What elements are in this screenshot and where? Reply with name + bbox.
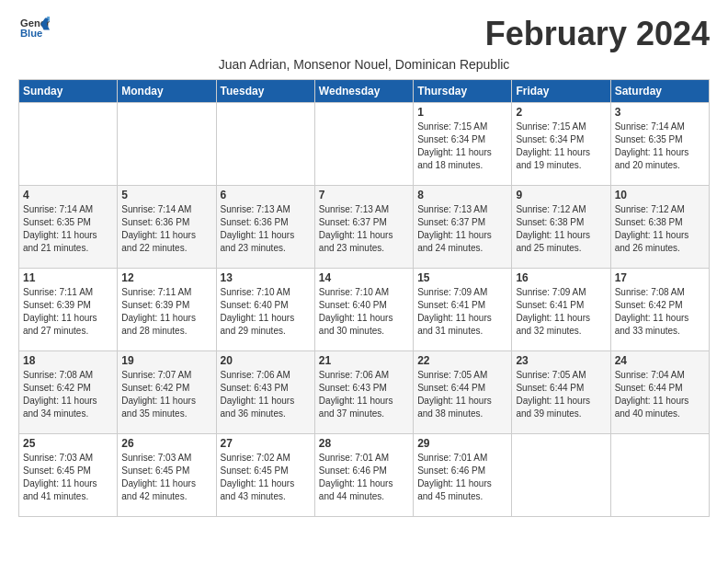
- calendar-cell: 4Sunrise: 7:14 AM Sunset: 6:35 PM Daylig…: [19, 186, 118, 269]
- day-number: 17: [615, 271, 705, 284]
- calendar-cell: 10Sunrise: 7:12 AM Sunset: 6:38 PM Dayli…: [610, 186, 709, 269]
- calendar-cell: [216, 103, 314, 186]
- day-info: Sunrise: 7:06 AM Sunset: 6:43 PM Dayligh…: [319, 369, 409, 420]
- day-header-thursday: Thursday: [414, 80, 512, 103]
- calendar-cell: 6Sunrise: 7:13 AM Sunset: 6:36 PM Daylig…: [216, 186, 314, 269]
- day-number: 10: [615, 189, 705, 201]
- calendar-cell: 1Sunrise: 7:15 AM Sunset: 6:34 PM Daylig…: [414, 103, 512, 186]
- calendar-cell: 8Sunrise: 7:13 AM Sunset: 6:37 PM Daylig…: [414, 186, 512, 269]
- subtitle: Juan Adrian, Monsenor Nouel, Dominican R…: [18, 57, 710, 72]
- calendar-cell: [610, 434, 709, 517]
- day-info: Sunrise: 7:02 AM Sunset: 6:45 PM Dayligh…: [221, 452, 311, 503]
- day-info: Sunrise: 7:11 AM Sunset: 6:39 PM Dayligh…: [23, 286, 113, 338]
- calendar-cell: 28Sunrise: 7:01 AM Sunset: 6:46 PM Dayli…: [314, 434, 413, 517]
- calendar-table: SundayMondayTuesdayWednesdayThursdayFrid…: [18, 79, 710, 517]
- calendar-cell: 23Sunrise: 7:05 AM Sunset: 6:44 PM Dayli…: [512, 351, 610, 434]
- day-info: Sunrise: 7:03 AM Sunset: 6:45 PM Dayligh…: [121, 452, 211, 503]
- day-info: Sunrise: 7:05 AM Sunset: 6:44 PM Dayligh…: [516, 369, 606, 420]
- day-info: Sunrise: 7:07 AM Sunset: 6:42 PM Dayligh…: [121, 369, 211, 420]
- calendar-cell: 13Sunrise: 7:10 AM Sunset: 6:40 PM Dayli…: [216, 269, 314, 351]
- day-info: Sunrise: 7:04 AM Sunset: 6:44 PM Dayligh…: [615, 369, 705, 420]
- day-info: Sunrise: 7:11 AM Sunset: 6:39 PM Dayligh…: [121, 286, 211, 338]
- day-info: Sunrise: 7:14 AM Sunset: 6:36 PM Dayligh…: [121, 203, 211, 255]
- calendar-cell: 18Sunrise: 7:08 AM Sunset: 6:42 PM Dayli…: [19, 351, 118, 434]
- day-info: Sunrise: 7:12 AM Sunset: 6:38 PM Dayligh…: [615, 203, 705, 255]
- calendar-cell: 21Sunrise: 7:06 AM Sunset: 6:43 PM Dayli…: [314, 351, 413, 434]
- day-info: Sunrise: 7:01 AM Sunset: 6:46 PM Dayligh…: [319, 452, 409, 503]
- day-info: Sunrise: 7:06 AM Sunset: 6:43 PM Dayligh…: [221, 369, 311, 420]
- day-number: 11: [23, 271, 113, 284]
- day-number: 27: [221, 437, 311, 450]
- day-number: 2: [516, 106, 606, 119]
- svg-text:Blue: Blue: [20, 28, 42, 39]
- day-number: 16: [516, 271, 606, 284]
- day-number: 6: [221, 189, 311, 201]
- day-number: 8: [417, 189, 507, 201]
- day-number: 13: [221, 271, 311, 284]
- calendar-cell: 27Sunrise: 7:02 AM Sunset: 6:45 PM Dayli…: [216, 434, 314, 517]
- day-number: 7: [319, 189, 409, 201]
- day-info: Sunrise: 7:15 AM Sunset: 6:34 PM Dayligh…: [516, 121, 606, 172]
- calendar-cell: 20Sunrise: 7:06 AM Sunset: 6:43 PM Dayli…: [216, 351, 314, 434]
- day-number: 29: [417, 437, 507, 450]
- calendar-cell: 15Sunrise: 7:09 AM Sunset: 6:41 PM Dayli…: [414, 269, 512, 351]
- day-info: Sunrise: 7:08 AM Sunset: 6:42 PM Dayligh…: [615, 286, 705, 338]
- day-info: Sunrise: 7:08 AM Sunset: 6:42 PM Dayligh…: [23, 369, 113, 420]
- day-number: 26: [121, 437, 211, 450]
- day-number: 25: [23, 437, 113, 450]
- logo: General Blue: [18, 15, 50, 44]
- day-header-tuesday: Tuesday: [216, 80, 314, 103]
- calendar-cell: 5Sunrise: 7:14 AM Sunset: 6:36 PM Daylig…: [118, 186, 216, 269]
- calendar-cell: 12Sunrise: 7:11 AM Sunset: 6:39 PM Dayli…: [118, 269, 216, 351]
- calendar-cell: [314, 103, 413, 186]
- day-number: 22: [417, 354, 507, 367]
- day-info: Sunrise: 7:03 AM Sunset: 6:45 PM Dayligh…: [23, 452, 113, 503]
- calendar-cell: 17Sunrise: 7:08 AM Sunset: 6:42 PM Dayli…: [610, 269, 709, 351]
- header: General Blue February 2024: [18, 15, 710, 53]
- day-number: 20: [221, 354, 311, 367]
- day-header-wednesday: Wednesday: [314, 80, 413, 103]
- day-info: Sunrise: 7:13 AM Sunset: 6:37 PM Dayligh…: [417, 203, 507, 255]
- day-number: 12: [121, 271, 211, 284]
- day-header-saturday: Saturday: [610, 80, 709, 103]
- day-info: Sunrise: 7:09 AM Sunset: 6:41 PM Dayligh…: [417, 286, 507, 338]
- day-number: 1: [417, 106, 507, 119]
- calendar-cell: 9Sunrise: 7:12 AM Sunset: 6:38 PM Daylig…: [512, 186, 610, 269]
- calendar-cell: 14Sunrise: 7:10 AM Sunset: 6:40 PM Dayli…: [314, 269, 413, 351]
- day-number: 9: [516, 189, 606, 201]
- calendar-cell: 11Sunrise: 7:11 AM Sunset: 6:39 PM Dayli…: [19, 269, 118, 351]
- day-info: Sunrise: 7:14 AM Sunset: 6:35 PM Dayligh…: [615, 121, 705, 172]
- calendar-cell: 7Sunrise: 7:13 AM Sunset: 6:37 PM Daylig…: [314, 186, 413, 269]
- day-number: 24: [615, 354, 705, 367]
- day-info: Sunrise: 7:13 AM Sunset: 6:37 PM Dayligh…: [319, 203, 409, 255]
- day-info: Sunrise: 7:14 AM Sunset: 6:35 PM Dayligh…: [23, 203, 113, 255]
- calendar-cell: 26Sunrise: 7:03 AM Sunset: 6:45 PM Dayli…: [118, 434, 216, 517]
- day-number: 23: [516, 354, 606, 367]
- day-number: 28: [319, 437, 409, 450]
- calendar-cell: 2Sunrise: 7:15 AM Sunset: 6:34 PM Daylig…: [512, 103, 610, 186]
- day-info: Sunrise: 7:01 AM Sunset: 6:46 PM Dayligh…: [417, 452, 507, 503]
- day-info: Sunrise: 7:13 AM Sunset: 6:36 PM Dayligh…: [221, 203, 311, 255]
- day-info: Sunrise: 7:05 AM Sunset: 6:44 PM Dayligh…: [417, 369, 507, 420]
- day-number: 19: [121, 354, 211, 367]
- day-number: 5: [121, 189, 211, 201]
- day-header-sunday: Sunday: [19, 80, 118, 103]
- calendar-cell: [19, 103, 118, 186]
- day-info: Sunrise: 7:12 AM Sunset: 6:38 PM Dayligh…: [516, 203, 606, 255]
- day-number: 4: [23, 189, 113, 201]
- calendar-cell: 25Sunrise: 7:03 AM Sunset: 6:45 PM Dayli…: [19, 434, 118, 517]
- calendar-cell: [512, 434, 610, 517]
- day-number: 21: [319, 354, 409, 367]
- day-header-monday: Monday: [118, 80, 216, 103]
- calendar-cell: 16Sunrise: 7:09 AM Sunset: 6:41 PM Dayli…: [512, 269, 610, 351]
- calendar-cell: 24Sunrise: 7:04 AM Sunset: 6:44 PM Dayli…: [610, 351, 709, 434]
- day-header-friday: Friday: [512, 80, 610, 103]
- day-info: Sunrise: 7:10 AM Sunset: 6:40 PM Dayligh…: [221, 286, 311, 338]
- calendar-cell: 19Sunrise: 7:07 AM Sunset: 6:42 PM Dayli…: [118, 351, 216, 434]
- day-info: Sunrise: 7:10 AM Sunset: 6:40 PM Dayligh…: [319, 286, 409, 338]
- day-info: Sunrise: 7:15 AM Sunset: 6:34 PM Dayligh…: [417, 121, 507, 172]
- calendar-cell: 22Sunrise: 7:05 AM Sunset: 6:44 PM Dayli…: [414, 351, 512, 434]
- calendar-cell: 29Sunrise: 7:01 AM Sunset: 6:46 PM Dayli…: [414, 434, 512, 517]
- month-title: February 2024: [485, 15, 710, 53]
- day-number: 14: [319, 271, 409, 284]
